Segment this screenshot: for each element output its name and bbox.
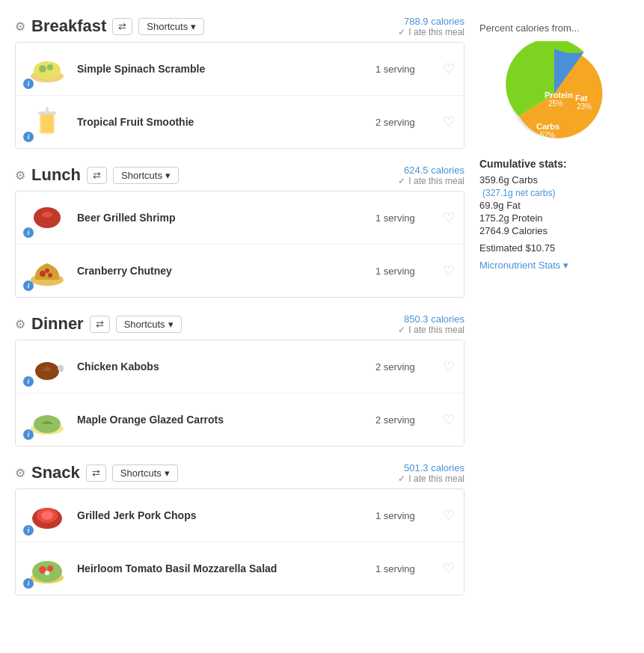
ate-meal-label-snack: I ate this meal <box>408 473 464 484</box>
shortcuts-btn-breakfast[interactable]: Shortcuts ▾ <box>138 18 204 35</box>
food-name-lunch-0: Beer Grilled Shrimp <box>77 212 368 224</box>
ate-meal-dinner: ✓ I ate this meal <box>398 325 464 335</box>
food-item-dinner-0: i Chicken Kabobs 2 serving ♡ <box>16 340 464 393</box>
svg-point-1 <box>34 61 61 79</box>
pie-chart: Protein 25% Fat 23% Carbs 52% <box>502 41 607 146</box>
ate-meal-label-dinner: I ate this meal <box>408 325 464 335</box>
food-name-dinner-0: Chicken Kabobs <box>77 361 368 373</box>
meal-title-breakfast: Breakfast <box>31 16 106 36</box>
shuffle-btn-lunch[interactable]: ⇄ <box>87 167 107 184</box>
food-name-lunch-1: Cranberry Chutney <box>77 265 368 277</box>
calories-link-snack[interactable]: 501.3 calories <box>404 462 464 473</box>
food-list-breakfast: i Simple Spinach Scramble 1 serving ♡ i … <box>15 42 464 149</box>
food-serving-breakfast-0: 1 serving <box>375 64 435 75</box>
food-item-lunch-0: i Beer Grilled Shrimp 1 serving ♡ <box>16 191 464 245</box>
gear-icon-snack[interactable]: ⚙ <box>15 466 25 480</box>
heart-icon-dinner-0[interactable]: ♡ <box>443 358 455 375</box>
heart-icon-breakfast-0[interactable]: ♡ <box>443 61 455 77</box>
svg-point-26 <box>45 571 49 575</box>
food-item-breakfast-1: i Tropical Fruit Smoothie 2 serving ♡ <box>16 96 464 148</box>
check-icon-lunch: ✓ <box>398 176 405 186</box>
svg-rect-7 <box>46 107 49 113</box>
shuffle-btn-snack[interactable]: ⇄ <box>86 465 106 482</box>
svg-point-3 <box>47 64 53 70</box>
heart-icon-snack-0[interactable]: ♡ <box>443 507 455 524</box>
food-img-scramble <box>28 52 67 85</box>
meal-title-lunch: Lunch <box>31 165 81 185</box>
food-img-wrap-dinner-1: i <box>25 401 70 438</box>
meal-lunch: ⚙ Lunch ⇄ Shortcuts ▾ 624.5 calories ✓ I… <box>15 164 464 298</box>
shortcuts-btn-dinner[interactable]: Shortcuts ▾ <box>116 316 182 333</box>
heart-icon-lunch-1[interactable]: ♡ <box>443 263 455 279</box>
info-icon-lunch-1[interactable]: i <box>23 280 34 291</box>
info-icon-snack-1[interactable]: i <box>23 578 34 589</box>
food-item-snack-0: i Grilled Jerk Pork Chops 1 serving ♡ <box>16 489 464 542</box>
food-serving-breakfast-1: 2 serving <box>375 117 435 128</box>
food-img-wrap-breakfast-0: i <box>25 50 70 88</box>
shortcuts-label-dinner: Shortcuts <box>124 319 165 330</box>
food-name-snack-1: Heirloom Tomato Basil Mozzarella Salad <box>77 562 368 574</box>
food-list-dinner: i Chicken Kabobs 2 serving ♡ i Maple Ora… <box>15 340 464 447</box>
fat-pct: 23% <box>577 102 592 111</box>
shuffle-icon-dinner: ⇄ <box>96 319 104 330</box>
ate-meal-breakfast: ✓ I ate this meal <box>398 27 464 37</box>
shuffle-icon-snack: ⇄ <box>92 467 100 479</box>
heart-icon-lunch-0[interactable]: ♡ <box>443 209 455 226</box>
svg-point-25 <box>47 565 53 571</box>
info-icon-dinner-0[interactable]: i <box>23 376 34 387</box>
micronutrient-link[interactable]: Micronutrient Stats ▾ <box>479 260 568 271</box>
food-img-smoothie <box>28 105 67 138</box>
heart-icon-snack-1[interactable]: ♡ <box>443 560 455 577</box>
food-serving-lunch-0: 1 serving <box>375 212 435 224</box>
info-icon-lunch-0[interactable]: i <box>23 227 34 238</box>
info-icon-snack-0[interactable]: i <box>23 525 34 536</box>
shortcuts-dropdown-arrow-snack: ▾ <box>165 467 170 479</box>
food-serving-dinner-1: 2 serving <box>375 414 435 426</box>
food-item-snack-1: i Heirloom Tomato Basil Mozzarella Salad… <box>16 542 464 595</box>
stat-carbs: 359.6g Carbs <box>479 174 629 186</box>
food-img-chutney <box>28 254 67 287</box>
shortcuts-btn-snack[interactable]: Shortcuts ▾ <box>112 465 178 482</box>
calories-link-dinner[interactable]: 850.3 calories <box>404 313 464 325</box>
carbs-pct: 52% <box>540 131 555 139</box>
check-icon-dinner: ✓ <box>398 325 405 335</box>
cumulative-title: Cumulative stats: <box>479 158 629 170</box>
gear-icon-dinner[interactable]: ⚙ <box>15 317 25 331</box>
calories-link-lunch[interactable]: 624.5 calories <box>404 165 464 176</box>
heart-icon-dinner-1[interactable]: ♡ <box>443 411 455 428</box>
shuffle-btn-dinner[interactable]: ⇄ <box>90 316 110 333</box>
gear-icon-breakfast[interactable]: ⚙ <box>15 19 25 34</box>
food-img-chicken <box>28 350 67 383</box>
food-img-shrimp <box>28 201 67 234</box>
food-img-wrap-lunch-1: i <box>25 252 70 289</box>
food-img-salad <box>28 552 67 585</box>
meals-column: ⚙ Breakfast ⇄ Shortcuts ▾ 788.9 calories… <box>15 15 464 610</box>
shuffle-btn-breakfast[interactable]: ⇄ <box>112 18 132 35</box>
food-name-breakfast-0: Simple Spinach Scramble <box>77 63 368 75</box>
info-icon-dinner-1[interactable]: i <box>23 429 34 440</box>
micronutrient-label: Micronutrient Stats <box>479 260 560 271</box>
chart-title: Percent calories from... <box>479 22 629 34</box>
meal-snack: ⚙ Snack ⇄ Shortcuts ▾ 501.3 calories ✓ I… <box>15 462 464 595</box>
meal-title-snack: Snack <box>31 463 80 482</box>
ate-meal-label-lunch: I ate this meal <box>408 176 464 186</box>
info-icon-breakfast-1[interactable]: i <box>23 132 34 142</box>
svg-rect-5 <box>41 114 53 132</box>
ate-meal-snack: ✓ I ate this meal <box>398 473 464 484</box>
protein-pct: 25% <box>548 99 563 108</box>
gear-icon-lunch[interactable]: ⚙ <box>15 168 25 183</box>
food-item-dinner-1: i Maple Orange Glazed Carrots 2 serving … <box>16 393 464 446</box>
food-list-snack: i Grilled Jerk Pork Chops 1 serving ♡ i <box>15 488 464 595</box>
food-img-carrots <box>28 403 67 436</box>
svg-point-2 <box>39 65 46 73</box>
sidebar: Percent calories from... Protein 25% Fat… <box>479 15 629 610</box>
food-list-lunch: i Beer Grilled Shrimp 1 serving ♡ i C <box>15 191 464 298</box>
cumulative-stats: Cumulative stats: 359.6g Carbs (327.1g n… <box>479 158 629 271</box>
food-img-wrap-breakfast-1: i <box>25 103 70 141</box>
heart-icon-breakfast-1[interactable]: ♡ <box>443 114 455 130</box>
info-icon-breakfast-0[interactable]: i <box>23 79 34 89</box>
food-name-snack-0: Grilled Jerk Pork Chops <box>77 509 368 521</box>
shortcuts-btn-lunch[interactable]: Shortcuts ▾ <box>113 167 179 184</box>
estimated-cost: Estimated $10.75 <box>479 242 629 254</box>
calories-link-breakfast[interactable]: 788.9 calories <box>404 16 464 27</box>
